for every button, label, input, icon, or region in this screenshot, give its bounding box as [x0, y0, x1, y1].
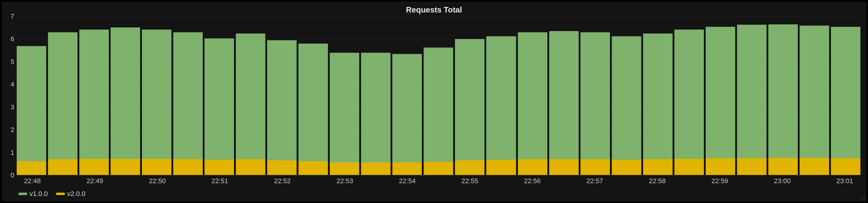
bar-segment-v1 [142, 30, 172, 158]
y-tick-label: 3 [11, 103, 14, 111]
bar[interactable] [643, 17, 673, 175]
bar-segment-v2 [581, 159, 610, 175]
x-tick-label: 22:56 [524, 177, 541, 185]
bar-segment-v2 [518, 159, 547, 175]
bar[interactable] [79, 17, 109, 175]
bar[interactable] [737, 17, 767, 175]
bar-segment-v2 [48, 159, 78, 175]
bar[interactable] [236, 17, 265, 175]
x-tick-label: 22:55 [461, 177, 478, 185]
x-tick-label: 22:53 [336, 177, 353, 185]
bar-segment-v2 [549, 159, 579, 175]
bar-segment-v1 [581, 32, 610, 159]
legend-item-v1[interactable]: v1.0.0 [19, 190, 48, 198]
bar[interactable] [173, 17, 203, 175]
bar-segment-v1 [455, 39, 485, 160]
bar-segment-v2 [643, 159, 673, 175]
y-tick-label: 6 [11, 35, 14, 43]
x-tick-label: 22:58 [649, 177, 665, 185]
x-tick-label: 22:57 [587, 177, 603, 185]
y-tick-label: 0 [11, 171, 14, 179]
x-tick-label: 23:01 [836, 177, 853, 185]
bar[interactable] [48, 17, 78, 175]
bar-segment-v1 [486, 36, 516, 160]
y-tick-label: 1 [11, 149, 14, 157]
bar[interactable] [831, 17, 860, 175]
bar-segment-v1 [831, 27, 860, 158]
bar-segment-v2 [361, 162, 391, 175]
bar[interactable] [142, 17, 172, 175]
bar-segment-v1 [643, 33, 673, 159]
bar-segment-v1 [299, 44, 328, 161]
grid-line [17, 107, 860, 107]
bar[interactable] [800, 17, 829, 175]
bar[interactable] [455, 17, 485, 175]
bar[interactable] [424, 17, 453, 175]
bar-segment-v1 [48, 32, 78, 159]
bar-segment-v2 [455, 160, 485, 175]
bar-segment-v2 [768, 158, 798, 175]
grid-line [17, 84, 860, 85]
legend-swatch-v1 [19, 193, 27, 195]
bar-segment-v1 [205, 39, 234, 159]
chart-body: 01234567 22:4822:4922:5022:5122:5222:532… [2, 17, 866, 189]
bar[interactable] [612, 17, 641, 175]
x-tick-label: 22:59 [711, 177, 728, 185]
bar-segment-v1 [612, 36, 641, 160]
bar-container [17, 17, 860, 175]
bar[interactable] [581, 17, 610, 175]
bar-segment-v1 [111, 27, 140, 159]
bar[interactable] [330, 17, 359, 175]
bar[interactable] [706, 17, 735, 175]
bar[interactable] [267, 17, 297, 175]
bar[interactable] [486, 17, 516, 175]
y-axis: 01234567 [3, 17, 17, 175]
bar-segment-v2 [706, 158, 735, 175]
bar-segment-v1 [79, 30, 109, 158]
x-tick-label: 22:52 [274, 177, 290, 185]
chart-panel: Requests Total 01234567 22:4822:4922:502… [2, 2, 866, 201]
bar[interactable] [392, 17, 422, 175]
bar-segment-v1 [17, 46, 46, 161]
bar-segment-v2 [173, 159, 203, 175]
bar-segment-v2 [267, 160, 297, 175]
bar-segment-v1 [800, 26, 829, 158]
bar[interactable] [674, 17, 704, 175]
bar-segment-v1 [424, 48, 453, 162]
bar-segment-v1 [549, 31, 579, 159]
bar-segment-v2 [674, 159, 704, 175]
bar-segment-v2 [424, 162, 453, 175]
bar-segment-v1 [518, 32, 547, 159]
resize-handle-icon[interactable] [860, 195, 865, 200]
plot-row: 01234567 [3, 17, 860, 175]
bar-segment-v1 [330, 53, 359, 162]
legend-swatch-v2 [56, 193, 65, 195]
bar-segment-v2 [800, 158, 829, 175]
bar-segment-v2 [236, 159, 265, 175]
bar-segment-v2 [392, 162, 422, 175]
bar[interactable] [768, 17, 798, 175]
y-tick-label: 4 [11, 80, 14, 88]
legend-item-v2[interactable]: v2.0.0 [56, 190, 85, 198]
bar-segment-v2 [737, 158, 767, 175]
bar[interactable] [518, 17, 547, 175]
y-tick-label: 2 [11, 126, 14, 134]
legend-label-v2: v2.0.0 [67, 190, 85, 198]
bar-segment-v1 [361, 53, 391, 162]
grid-line [17, 62, 860, 62]
bar-segment-v1 [267, 40, 297, 160]
bar-segment-v2 [205, 160, 234, 175]
bar[interactable] [549, 17, 579, 175]
bar[interactable] [205, 17, 234, 175]
bar-segment-v2 [486, 160, 516, 175]
bar[interactable] [361, 17, 391, 175]
legend-label-v1: v1.0.0 [29, 190, 48, 198]
bar[interactable] [299, 17, 328, 175]
x-tick-label: 22:51 [212, 177, 228, 185]
bar-segment-v1 [768, 24, 798, 158]
plot-area[interactable] [17, 17, 860, 175]
bar-segment-v2 [330, 162, 359, 175]
bar[interactable] [17, 17, 46, 175]
bar[interactable] [111, 17, 140, 175]
bar-segment-v1 [173, 32, 203, 159]
